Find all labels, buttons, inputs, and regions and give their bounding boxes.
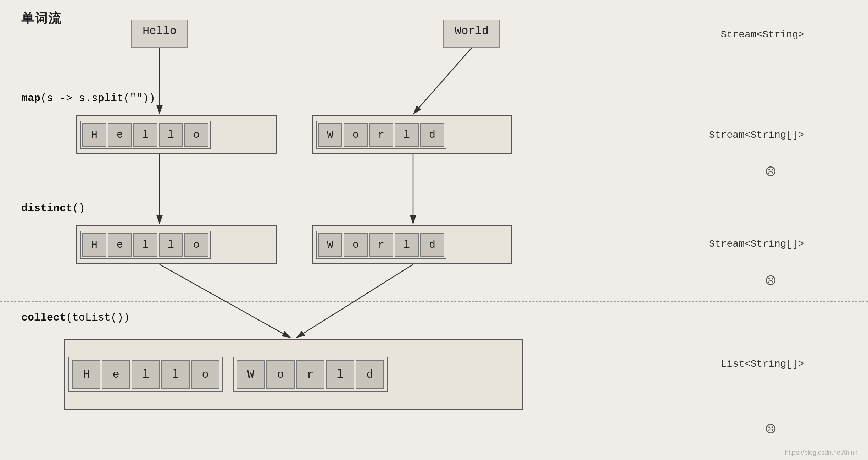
hello-inner-row2: H e l l o [80, 231, 211, 259]
letter-l-r3: l [326, 360, 354, 389]
list-container: H e l l o W o r l d [64, 339, 523, 410]
world-array-row1: W o r l d [312, 115, 512, 154]
letter-W-r1: W [318, 123, 342, 147]
letter-l2-r2: l [159, 233, 183, 257]
hello-inner-row3: H e l l o [68, 357, 223, 392]
op-map-label: map(s -> s.split("")) [21, 92, 155, 104]
world-inner-row3: W o r l d [233, 357, 388, 392]
op-distinct-normal: () [72, 202, 85, 214]
list-array-label: List<String[]> [721, 358, 804, 369]
letter-o2-r2: o [344, 233, 368, 257]
letter-e-r2: e [108, 233, 132, 257]
arrow-world-to-r1 [413, 48, 472, 114]
letter-o-r1: o [344, 123, 368, 147]
op-distinct-label: distinct() [21, 202, 85, 214]
letter-H-r1: H [82, 123, 106, 147]
letter-e-r1: e [108, 123, 132, 147]
letter-o-r1: o [184, 123, 208, 147]
dashed-line-3 [0, 301, 868, 302]
stream-string-label: Stream<String> [721, 29, 804, 40]
letter-r-r1: r [369, 123, 393, 147]
op-collect-bold: collect [21, 312, 66, 324]
letter-d-r3: d [356, 360, 384, 389]
sad-face-1: ☹ [766, 161, 776, 182]
dashed-line-2 [0, 192, 868, 192]
letter-r-r2: r [369, 233, 393, 257]
letter-W-r3: W [237, 360, 265, 389]
letter-d-r1: d [420, 123, 444, 147]
world-inner-row2: W o r l d [316, 231, 446, 259]
op-map-bold: map [21, 92, 40, 104]
letter-o-r3: o [191, 360, 219, 389]
stream-array-label-2: Stream<String[]> [709, 239, 804, 250]
letter-l-r2: l [395, 233, 419, 257]
hello-array-row1: H e l l o [76, 115, 277, 154]
op-distinct-bold: distinct [21, 202, 72, 214]
world-array-row2: W o r l d [312, 225, 512, 264]
letter-W-r2: W [318, 233, 342, 257]
letter-l2-r3: l [161, 360, 190, 389]
sad-face-2: ☹ [766, 270, 776, 291]
letter-H-r2: H [82, 233, 106, 257]
letter-l-r1: l [395, 123, 419, 147]
page-title: 单词流 [21, 10, 62, 27]
op-collect-label: collect(toList()) [21, 312, 130, 324]
letter-r-r3: r [296, 360, 324, 389]
letter-H-r3: H [72, 360, 100, 389]
world-inner-row1: W o r l d [316, 121, 446, 149]
sad-face-3: ☹ [766, 419, 776, 440]
dashed-line-1 [0, 82, 868, 82]
letter-l1-r1: l [133, 123, 157, 147]
letter-e-r3: e [102, 360, 130, 389]
world-box: World [443, 20, 500, 48]
letter-d-r2: d [420, 233, 444, 257]
op-collect-normal: (toList()) [66, 312, 130, 324]
op-map-normal: (s -> s.split("")) [40, 92, 155, 104]
hello-box: Hello [131, 20, 188, 48]
letter-l1-r3: l [132, 360, 160, 389]
letter-o-r3: o [266, 360, 295, 389]
hello-inner-row1: H e l l o [80, 121, 211, 149]
letter-o-r2: o [184, 233, 208, 257]
hello-array-row2: H e l l o [76, 225, 277, 264]
watermark: https://blog.csdn.net/think_ [785, 449, 861, 456]
letter-l1-r2: l [133, 233, 157, 257]
letter-l2-r1: l [159, 123, 183, 147]
stream-array-label-1: Stream<String[]> [709, 130, 804, 141]
diagram-container: 单词流 Hello World Stream<String> map(s -> … [0, 0, 868, 460]
